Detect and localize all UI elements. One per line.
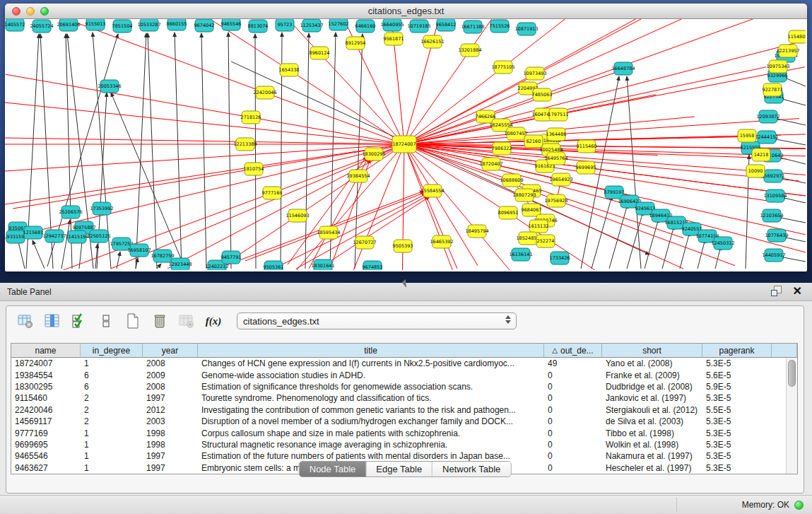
column-header-short[interactable]: short: [602, 344, 702, 358]
table-cell[interactable]: 0: [544, 416, 602, 426]
table-cell[interactable]: Corpus callosum shape and size in male p…: [198, 428, 544, 438]
zoom-window-icon[interactable]: [40, 7, 49, 16]
table-cell[interactable]: 1997: [143, 463, 198, 473]
table-cell[interactable]: Genome-wide association studies in ADHD.: [198, 370, 544, 380]
table-cell[interactable]: 5.3E-5: [702, 451, 772, 461]
table-cell[interactable]: 49: [544, 358, 602, 368]
graph-edge[interactable]: [403, 144, 404, 246]
graph-edge[interactable]: [136, 33, 146, 269]
table-cell[interactable]: 5.3E-5: [702, 463, 772, 473]
table-cell[interactable]: 5.5E-5: [702, 405, 772, 415]
table-row[interactable]: 1938455462009Genome-wide association stu…: [11, 369, 786, 380]
table-cell[interactable]: 9463627: [11, 463, 81, 473]
graph-edge[interactable]: [175, 33, 182, 269]
vertical-scrollbar[interactable]: [786, 358, 797, 474]
graph-edge[interactable]: [273, 194, 427, 269]
table-cell[interactable]: 9465546: [11, 451, 81, 461]
table-cell[interactable]: 2: [81, 405, 143, 415]
table-row[interactable]: 1872400712008Changes of HCN gene express…: [11, 358, 786, 369]
table-row[interactable]: 2242004622012Investigating the contribut…: [11, 404, 786, 416]
table-cell[interactable]: Tibbo et al. (1998): [602, 428, 702, 438]
table-cell[interactable]: 5.3E-5: [702, 416, 772, 426]
table-row[interactable]: 911546021997Tourette syndrome. Phenomeno…: [11, 392, 786, 404]
table-row[interactable]: 977716911998Corpus callosum shape and si…: [11, 427, 786, 438]
table-cell[interactable]: 2012: [143, 405, 198, 415]
table-cell[interactable]: Dudbridge et al. (2008): [602, 382, 702, 392]
table-cell[interactable]: 0: [544, 393, 602, 403]
graph-edge[interactable]: [61, 220, 70, 269]
table-cell[interactable]: 1: [81, 440, 143, 450]
node-table[interactable]: namein_degreeyeartitle△out_de...shortpag…: [11, 343, 798, 474]
delete-column-button[interactable]: [151, 312, 169, 330]
graph-edge[interactable]: [289, 70, 404, 144]
minimize-window-icon[interactable]: [26, 7, 35, 16]
table-cell[interactable]: Tourette syndrome. Phenomenology and cla…: [198, 393, 544, 403]
table-cell[interactable]: Estimation of the future numbers of pati…: [198, 451, 544, 461]
table-cell[interactable]: 9777169: [11, 428, 81, 438]
graph-edge[interactable]: [148, 33, 157, 269]
table-cell[interactable]: 9699695: [11, 440, 81, 450]
clear-row-selection-button[interactable]: [97, 312, 115, 330]
table-cell[interactable]: 2: [81, 393, 143, 403]
table-cell[interactable]: Changes of HCN gene expression and I(f) …: [198, 358, 544, 368]
table-cell[interactable]: 0: [544, 463, 602, 473]
graph-edge[interactable]: [404, 144, 508, 213]
column-header-name[interactable]: name: [11, 344, 81, 358]
column-header-title[interactable]: title: [198, 344, 544, 358]
table-cell[interactable]: 2008: [143, 382, 198, 392]
select-all-rows-button[interactable]: [70, 312, 88, 330]
graph-edge[interactable]: [201, 33, 206, 269]
graph-edge[interactable]: [157, 264, 161, 269]
table-settings-button[interactable]: [16, 312, 35, 330]
table-cell[interactable]: Estimation of significance thresholds fo…: [198, 382, 544, 392]
tab-node-table[interactable]: Node Table: [300, 462, 367, 477]
table-cell[interactable]: 2008: [143, 358, 198, 368]
table-cell[interactable]: 0: [544, 451, 602, 461]
table-cell[interactable]: 14569117: [11, 416, 81, 426]
graph-edge[interactable]: [5, 138, 404, 144]
table-selector-dropdown[interactable]: citations_edges.txt: [237, 313, 517, 329]
table-cell[interactable]: 1997: [143, 451, 198, 461]
table-cell[interactable]: Nakamura et al. (1997): [602, 451, 702, 461]
graph-edge[interactable]: [255, 34, 256, 269]
table-cell[interactable]: 18300295: [11, 382, 81, 392]
table-row[interactable]: 969969511998Structural magnetic resonanc…: [11, 439, 786, 450]
graph-edge[interactable]: [535, 19, 744, 74]
table-cell[interactable]: 0: [544, 428, 602, 438]
close-panel-icon[interactable]: ✕: [793, 286, 802, 296]
table-cell[interactable]: 1998: [143, 440, 198, 450]
table-cell[interactable]: 1: [81, 428, 143, 438]
table-cell[interactable]: 5.3E-5: [702, 440, 772, 450]
graph-edge[interactable]: [5, 144, 404, 238]
column-header-year[interactable]: year: [143, 344, 198, 358]
table-cell[interactable]: 0: [544, 405, 602, 415]
column-header-in-degree[interactable]: in_degree: [81, 344, 143, 358]
table-cell[interactable]: 5.9E-5: [702, 382, 772, 392]
network-view-window[interactable]: citations_edges.txt 14055722405572420691…: [5, 4, 807, 271]
table-cell[interactable]: 5.6E-5: [702, 370, 772, 380]
table-cell[interactable]: de Silva et al. (2003): [602, 416, 702, 426]
table-cell[interactable]: Wolkin et al. (1998): [602, 440, 702, 450]
table-cell[interactable]: 1997: [143, 393, 198, 403]
graph-edge[interactable]: [627, 76, 641, 269]
graph-edge[interactable]: [394, 39, 404, 144]
scrollbar-thumb[interactable]: [788, 360, 796, 387]
table-cell[interactable]: 22420046: [11, 405, 81, 415]
graph-edge[interactable]: [645, 218, 659, 269]
table-cell[interactable]: 18724007: [11, 358, 81, 368]
table-cell[interactable]: 5.3E-5: [702, 393, 772, 403]
graph-edge[interactable]: [5, 144, 404, 171]
table-cell[interactable]: 9115460: [11, 393, 81, 403]
table-cell[interactable]: 19384554: [11, 370, 81, 380]
table-cell[interactable]: Structural magnetic resonance image aver…: [198, 440, 544, 450]
table-cell[interactable]: 6: [81, 382, 143, 392]
show-column-button[interactable]: [43, 312, 61, 330]
tab-network-table[interactable]: Network Table: [433, 462, 510, 477]
new-column-button[interactable]: [124, 312, 142, 330]
graph-edge[interactable]: [404, 67, 503, 144]
float-panel-icon[interactable]: [771, 286, 782, 296]
table-cell[interactable]: 0: [544, 370, 602, 380]
graph-edge[interactable]: [228, 33, 231, 269]
table-cell[interactable]: 2009: [143, 370, 198, 380]
function-builder-button[interactable]: f(x): [204, 312, 223, 330]
